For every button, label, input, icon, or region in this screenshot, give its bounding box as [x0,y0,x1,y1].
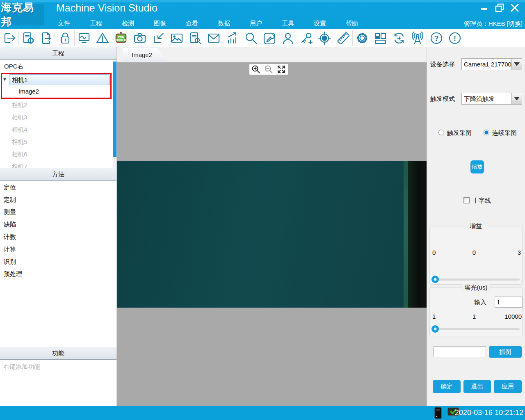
exit-icon[interactable] [0,30,18,47]
grab-button[interactable]: 抓图 [489,346,522,358]
tab-image2[interactable]: Image2 [123,48,169,62]
menu-help[interactable]: 帮助 [336,19,368,28]
crosshair-checkbox[interactable] [463,197,470,203]
menu-file[interactable]: 文件 [48,19,80,28]
continuous-capture-label[interactable]: 连续采图 [492,129,517,137]
method-item-recognize[interactable]: 识别 [4,258,16,266]
project-tree: OPC右 ▼ 相机1 Image2 相机2 相机3 相机4 相机5 相机6 相机… [0,60,116,168]
tree-item-camera6[interactable]: 相机6 [11,151,27,158]
user-icon[interactable] [278,30,297,47]
confirm-button[interactable]: 确定 [433,380,461,393]
method-item-preprocess[interactable]: 预处理 [4,270,22,278]
exposure-input[interactable] [495,297,523,308]
menu-data[interactable]: 数据 [208,19,240,28]
chart-icon[interactable] [223,30,242,47]
zoom-out-icon[interactable] [263,64,274,74]
method-item-defect[interactable]: 缺陷 [4,221,16,228]
device-select-dropdown[interactable]: Camera1 217700 [461,58,512,70]
admin-user-label[interactable]: 管理员：HKEB [切换] [464,20,523,28]
tree-item-opc[interactable]: OPC右 [4,63,24,71]
broadcast-icon[interactable] [408,30,427,47]
import-icon[interactable] [149,30,167,47]
gain-slider-thumb[interactable] [431,276,439,283]
menu-view[interactable]: 查看 [176,19,208,28]
gear-icon[interactable] [353,30,371,47]
exposure-slider[interactable] [432,325,520,333]
method-item-custom[interactable]: 定制 [4,196,16,204]
menu-tools[interactable]: 工具 [272,19,304,28]
restore-button[interactable] [494,2,505,13]
document-search-icon[interactable] [186,30,204,47]
tree-scrollbar[interactable] [113,60,116,168]
device-dropdown-arrow[interactable] [511,58,522,70]
svg-text:ORDER: ORDER [116,39,126,41]
key-add-icon[interactable] [297,30,315,47]
chevron-down-icon [514,97,520,100]
tree-item-camera5[interactable]: 相机5 [11,138,27,146]
mail-icon[interactable] [204,30,223,47]
target-icon[interactable] [315,30,334,47]
window-controls [479,2,520,14]
tree-item-camera2[interactable]: 相机2 [11,101,27,109]
warning-icon[interactable] [93,30,112,47]
wrench-icon[interactable] [260,30,278,47]
layout-icon[interactable] [371,30,390,47]
zoom-in-icon[interactable] [251,64,261,74]
menu-project[interactable]: 工程 [80,19,112,28]
device-select-label: 设备选择 [430,61,455,68]
lock-icon[interactable] [56,30,74,47]
tree-item-camera4[interactable]: 相机4 [11,126,27,134]
sync-icon[interactable] [390,30,408,47]
continuous-capture-radio[interactable] [484,130,489,135]
menu-detect[interactable]: 检测 [112,19,144,28]
image-workspace: Image2 [117,47,427,406]
gain-current-value: 0 [472,249,476,256]
method-item-locate[interactable]: 定位 [4,184,16,192]
trigger-capture-radio[interactable] [438,130,444,135]
pc-tower-icon [434,407,443,420]
trigger-dropdown-arrow[interactable] [511,93,522,105]
trigger-capture-label[interactable]: 触发采图 [447,129,472,137]
method-item-count[interactable]: 计数 [4,233,16,241]
tree-item-camera1[interactable]: 相机1 [9,74,110,85]
close-icon[interactable] [509,2,520,13]
tree-item-camera7[interactable]: 相机7 [11,163,27,168]
fit-view-icon[interactable] [276,64,287,74]
apply-button[interactable]: 应用 [494,380,522,393]
trigger-mode-dropdown[interactable]: 下降沿触发 [461,93,512,105]
svg-text:!: ! [454,34,456,42]
exposure-current-value: 1 [472,313,476,320]
camera-icon[interactable] [130,30,149,47]
exposure-min-value: 1 [432,313,436,320]
menu-user[interactable]: 用户 [240,19,272,28]
image-icon[interactable] [167,30,186,47]
about-icon[interactable]: ! [445,30,464,47]
tree-item-camera3[interactable]: 相机3 [11,114,27,121]
menu-bar: 文件 工程 检测 图像 查看 数据 用户 工具 设置 帮助 [48,19,368,28]
minimize-button[interactable] [479,2,490,13]
tree-scrollbar-thumb[interactable] [113,62,116,157]
grab-filename-input[interactable] [434,346,486,357]
method-item-calculate[interactable]: 计算 [4,246,16,253]
gain-slider-track[interactable] [432,278,520,281]
method-item-measure[interactable]: 测量 [4,208,16,216]
chevron-down-icon[interactable]: ▼ [2,77,7,82]
exposure-slider-track[interactable] [432,328,520,330]
exposure-max-value: 10000 [504,313,522,320]
ruler-icon[interactable] [334,30,352,47]
preorder-icon[interactable]: PREORDER [112,30,130,47]
exit-button[interactable]: 退出 [463,380,491,393]
exposure-slider-thumb[interactable] [431,325,439,333]
exposure-input-label: 输入 [474,299,486,306]
gain-slider[interactable] [432,276,520,283]
monitor-icon[interactable] [75,30,93,47]
help-icon[interactable]: ? [427,30,445,47]
document-settings-icon[interactable] [19,30,37,47]
tree-item-image2[interactable]: Image2 [18,88,39,95]
document-export-icon[interactable] [37,30,56,47]
menu-settings[interactable]: 设置 [304,19,336,28]
crosshair-label[interactable]: 十字线 [472,197,491,205]
menu-image[interactable]: 图像 [144,19,176,28]
zoom-button[interactable]: 缩放 [470,160,484,173]
search-icon[interactable] [242,30,260,47]
